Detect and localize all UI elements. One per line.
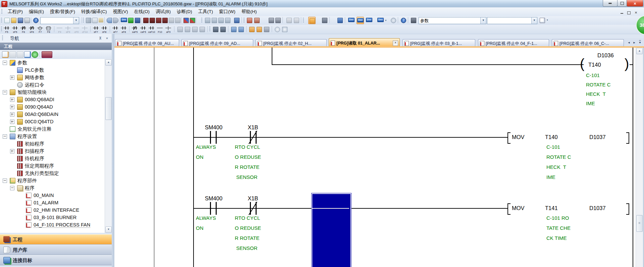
tree-item-plc-parameter[interactable]: PLC参数 [0, 66, 105, 74]
tree-item-intelligent-module[interactable]: 智能功能模块 [0, 88, 105, 96]
find-in-document-button[interactable] [539, 17, 545, 23]
tree-item-03-b101-burner[interactable]: 03_B-101 BURNER [0, 214, 105, 221]
device-comment-button[interactable]: Dev [348, 17, 355, 23]
rising-pulse-button[interactable]: sF7 [92, 25, 100, 34]
scroll-up-icon[interactable]: ▲ [105, 59, 112, 66]
property-button[interactable] [24, 51, 31, 58]
scrollbar-thumb[interactable]: ≡ [636, 215, 643, 232]
tree-item-scan-program[interactable]: 扫描程序 [0, 147, 105, 155]
menu-view[interactable]: 视图(V) [110, 8, 131, 16]
jump-combo-box[interactable]: ▼ [40, 17, 79, 24]
expand-icon[interactable] [10, 75, 14, 80]
falling-pulse-branch-button[interactable]: aF8 [120, 25, 128, 34]
statement-edit-button[interactable] [274, 17, 281, 23]
zoom-fit-button[interactable] [281, 26, 288, 32]
help-button[interactable]: ? [32, 17, 39, 23]
open-contact-button[interactable]: F5 [3, 25, 11, 34]
collapse-icon[interactable] [3, 179, 7, 183]
menu-find-replace[interactable]: 搜索/替换(F) [47, 8, 78, 16]
tab-09-ad[interactable]: [PRG]监视 停止中 09_AD... [181, 39, 253, 47]
pin-icon[interactable]: ⊼ [98, 36, 102, 40]
pulse-conversion-branch-button[interactable]: caF10 [148, 25, 156, 34]
application-instruction-button[interactable]: F8 [45, 25, 53, 34]
edit-cursor-cell[interactable] [312, 193, 351, 267]
tree-item-02-hmi-interface[interactable]: 02_HMI INTERFACE [0, 206, 105, 214]
chevron-down-icon[interactable]: ▼ [531, 17, 537, 24]
toolbar-grip[interactable] [303, 18, 304, 23]
undo-button[interactable] [106, 17, 112, 23]
tree-item-00-main[interactable]: 00_MAIN [0, 192, 105, 199]
menu-tools[interactable]: 工具(T) [195, 8, 216, 16]
monitor-pause-button[interactable] [168, 17, 174, 23]
copy-data-button[interactable] [9, 51, 16, 58]
output-window-button[interactable] [336, 17, 343, 23]
toolbar-grip[interactable] [244, 18, 245, 23]
convert-online-button[interactable] [256, 26, 262, 32]
find-text-combo[interactable]: ▼ [487, 17, 537, 24]
tree-item-01-alarm[interactable]: 01_ALARM [0, 199, 105, 206]
mdi-close-button[interactable]: × [633, 10, 639, 15]
menu-diagnostics[interactable]: 诊断(D) [174, 8, 195, 16]
tree-item-module-q64td[interactable]: 00C0:Q64TD [0, 118, 105, 125]
monitor-write-button[interactable] [155, 17, 162, 23]
open-branch-button[interactable]: sF5 [11, 25, 19, 34]
buffer-memory-button[interactable] [134, 17, 141, 23]
ladder-monitor-button[interactable] [253, 17, 260, 23]
device-monitor-button[interactable]: Dev [357, 17, 364, 24]
monitor-stop-button[interactable] [149, 17, 155, 23]
ladder-scrollbar[interactable]: ▲ ≡ [636, 48, 643, 267]
toolbar-grip[interactable] [1, 18, 2, 23]
context-help-button[interactable]: ? [400, 17, 407, 23]
menu-help[interactable]: 帮助(H) [238, 8, 260, 16]
copy-button[interactable] [91, 17, 98, 23]
device-display-button[interactable]: Dev [120, 17, 127, 23]
panel-grip[interactable] [2, 36, 3, 41]
edit-mode-button[interactable] [293, 17, 300, 23]
pulse-conversion-button[interactable]: caF5 [139, 25, 147, 34]
tree-item-initial-program[interactable]: 初始程序 [0, 140, 105, 147]
tab-08-au[interactable]: [PRG]监视 停止中 08_AU... [115, 39, 179, 47]
invert-result-button[interactable]: saF5 [131, 25, 139, 34]
expand-icon[interactable] [10, 112, 14, 117]
device-comment-edit-button[interactable] [268, 17, 274, 23]
plc-write-button[interactable] [182, 17, 189, 23]
menu-online[interactable]: 在线(O) [131, 8, 153, 16]
toolbar-grip[interactable] [209, 26, 210, 32]
tree-item-pou[interactable]: 程序部件 [0, 177, 105, 184]
menu-window[interactable]: 窗口(W) [216, 8, 238, 16]
paste-data-button[interactable] [17, 51, 23, 58]
note-display-button[interactable] [217, 17, 224, 23]
device-reference-button[interactable]: Dev▾ [377, 17, 387, 23]
tab-03-b1[interactable]: [PRG]监视 停止中 03_B-1... [402, 39, 475, 47]
device-test-on-button[interactable] [212, 26, 219, 32]
function-block-button[interactable] [321, 17, 328, 23]
tree-item-program-setting[interactable]: 程序设置 [0, 133, 105, 140]
rung-delete-button[interactable] [199, 26, 205, 32]
window-display-button[interactable] [233, 17, 240, 23]
ladder-edit-button[interactable] [246, 17, 253, 23]
expand-icon[interactable] [10, 105, 14, 109]
cut-button[interactable] [85, 17, 92, 23]
find-target-combo[interactable]: 参数 ▼ [419, 17, 486, 24]
collapse-icon[interactable] [3, 134, 7, 139]
tab-01-alarm-active[interactable]: [PRG]读取 01_ALAR... × [329, 38, 400, 47]
vertical-line-draw-button[interactable]: aF9 [164, 25, 172, 34]
mdi-minimize-button[interactable] [619, 10, 625, 15]
tab-04-f1[interactable]: [PRG]监视 停止中 04_F-1... [478, 39, 549, 47]
rising-pulse-branch-button[interactable]: aF7 [111, 25, 119, 34]
collapse-icon[interactable] [3, 61, 7, 65]
closed-contact-button[interactable]: F6 [19, 25, 28, 34]
horizontal-line-button[interactable]: F9 [56, 25, 64, 34]
monitor-resume-button[interactable] [174, 17, 181, 23]
panel-close-icon[interactable]: × [105, 36, 109, 40]
tree-item-program-folder[interactable]: 程序 [0, 184, 105, 192]
tree-item-04-f101-process-fan[interactable]: 04_F-101 PROCESS FAN [0, 221, 105, 228]
tree-item-parameter[interactable]: 参数 [0, 59, 105, 66]
comment-display-button[interactable] [204, 17, 211, 23]
scroll-up-icon[interactable]: ▲ [636, 48, 643, 54]
navigation-window-toggle-button[interactable] [308, 17, 316, 24]
device-batch-button[interactable]: Dev [366, 17, 372, 23]
expand-icon[interactable] [10, 149, 14, 153]
statement-display-button[interactable] [211, 17, 217, 23]
mdi-restore-button[interactable] [626, 10, 632, 15]
